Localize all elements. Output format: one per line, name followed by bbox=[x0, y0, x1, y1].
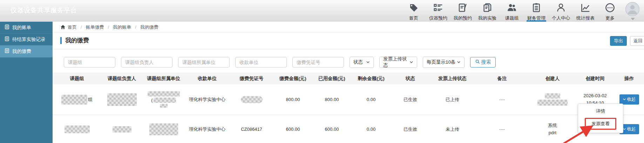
nav-item-statistics[interactable]: 统计报表 bbox=[573, 0, 598, 22]
cell-voucher: CZ086417 bbox=[230, 115, 273, 143]
cell-group: 组 bbox=[53, 84, 101, 115]
chevron-down-icon bbox=[457, 60, 461, 65]
cell-status: 已生效 bbox=[391, 115, 430, 143]
column-header: 创建时间 bbox=[576, 73, 614, 85]
column-header: 课题组 bbox=[53, 73, 101, 85]
row-actions-dropdown: 详情 发票查看 bbox=[578, 103, 623, 133]
redacted-text bbox=[149, 123, 178, 135]
column-header: 剩余金额(元) bbox=[351, 73, 391, 85]
cell-voucher bbox=[230, 84, 273, 115]
redacted-text bbox=[148, 91, 180, 96]
ellipsis-icon bbox=[605, 0, 615, 14]
cell-remaining: 0.00 bbox=[351, 115, 391, 143]
cell-creator bbox=[529, 84, 576, 115]
sidebar-item-pending-records[interactable]: 待结算实验记录 bbox=[0, 34, 53, 45]
payments-table: 课题组 课题组负责人 课题组所属单位 收款单位 缴费凭证号 缴费金额(元) 已用… bbox=[53, 73, 644, 143]
top-nav: 首页 仪器预约 我的预约 我的实验 课题组 财务管理 bbox=[401, 0, 622, 22]
chevron-down-icon bbox=[409, 60, 413, 65]
nav-item-finance[interactable]: 财务管理 bbox=[524, 0, 549, 22]
column-header: 收款单位 bbox=[185, 73, 230, 85]
nav-label: 更多 bbox=[605, 15, 615, 21]
sidebar-item-my-payments[interactable]: 我的缴费 bbox=[0, 45, 53, 57]
sidebar-item-label: 待结算实验记录 bbox=[12, 36, 46, 43]
chevron-down-icon[interactable] bbox=[631, 18, 635, 20]
nav-item-instrument-booking[interactable]: 仪器预约 bbox=[426, 0, 450, 22]
redacted-text bbox=[545, 93, 560, 99]
cell-amount: 600.00 bbox=[273, 115, 312, 143]
cell-remaining: 0.00 bbox=[351, 84, 391, 115]
cell-group bbox=[53, 115, 101, 143]
breadcrumb-bill-payment[interactable]: 账单缴费 bbox=[86, 24, 104, 30]
breadcrumb-my-bills[interactable]: 我的账单 bbox=[113, 24, 131, 30]
nav-item-home[interactable]: 首页 bbox=[401, 0, 426, 22]
search-icon bbox=[475, 59, 480, 65]
cell-group-unit: ( bbox=[142, 84, 185, 115]
nav-label: 仪器预约 bbox=[429, 15, 447, 21]
breadcrumb-separator: / bbox=[135, 24, 136, 30]
redacted-text bbox=[154, 98, 176, 103]
breadcrumb-current: 我的缴费 bbox=[140, 24, 158, 30]
invoice-status-select[interactable]: 发票上传状态 bbox=[379, 57, 417, 68]
back-button[interactable]: 返回 bbox=[630, 36, 644, 46]
column-header: 发票上传状态 bbox=[430, 73, 475, 85]
document-list-icon bbox=[5, 36, 9, 42]
nav-item-my-experiments[interactable]: 我的实验 bbox=[475, 0, 500, 22]
nav-item-more[interactable]: 更多 bbox=[598, 0, 622, 22]
menu-item-view-invoice annotation-red-box[interactable]: 发票查看 bbox=[585, 118, 616, 130]
nav-label: 课题组 bbox=[505, 15, 519, 21]
user-avatar[interactable] bbox=[625, 2, 641, 21]
nav-item-my-bookings[interactable]: 我的预约 bbox=[450, 0, 475, 22]
sidebar-item-label: 我的账单 bbox=[12, 24, 31, 31]
search-button[interactable]: 搜索 bbox=[470, 57, 496, 67]
redacted-text bbox=[241, 96, 263, 103]
nav-item-personal-center[interactable]: 个人中心 bbox=[549, 0, 573, 22]
cell-invoice-status: 已上传 bbox=[430, 84, 475, 115]
breadcrumb: 首页 / 账单缴费 / 我的账单 / 我的缴费 bbox=[53, 22, 644, 33]
people-icon bbox=[507, 0, 517, 14]
status-select[interactable]: 状态 bbox=[350, 57, 374, 68]
page-size-select[interactable]: 每页显示10条 bbox=[423, 57, 465, 68]
table-row: 组 ( 理化科学实验中心 800.00 800.00 bbox=[53, 84, 644, 115]
nav-label: 个人中心 bbox=[552, 15, 570, 21]
list-icon bbox=[433, 0, 443, 14]
cell-note: ---- bbox=[475, 84, 529, 115]
cell-amount: 800.00 bbox=[273, 84, 312, 115]
group-filter-input[interactable] bbox=[64, 57, 115, 67]
home-icon bbox=[60, 24, 66, 30]
title-row: 我的缴费 导出 返回 bbox=[53, 33, 644, 49]
column-header: 课题组所属单位 bbox=[142, 73, 185, 85]
group-unit-filter-input[interactable] bbox=[178, 57, 230, 67]
clipboard-icon bbox=[531, 0, 542, 14]
payee-filter-input[interactable] bbox=[235, 57, 287, 67]
redacted-text bbox=[537, 100, 568, 106]
column-header: 状态 bbox=[391, 73, 430, 85]
app-title: 仪器设备共享服务平台 bbox=[11, 6, 77, 15]
nav-label: 统计报表 bbox=[576, 15, 595, 21]
cell-payee: 理化科学实验中心 bbox=[185, 115, 230, 143]
export-button[interactable]: 导出 bbox=[610, 36, 627, 46]
group-leader-filter-input[interactable] bbox=[121, 57, 172, 67]
cell-group-leader bbox=[101, 84, 142, 115]
top-header: 仪器设备共享服务平台 首页 仪器预约 我的预约 我的实验 课题组 bbox=[0, 0, 644, 22]
sidebar-item-my-bills[interactable]: 我的账单 bbox=[0, 22, 53, 34]
column-header: 创建人 bbox=[529, 73, 576, 85]
collapse-actions-button[interactable]: 收起 bbox=[619, 94, 639, 105]
breadcrumb-home[interactable]: 首页 bbox=[68, 24, 77, 30]
cell-creator: 系统pdrt bbox=[529, 115, 576, 143]
person-icon bbox=[556, 0, 566, 14]
column-header: 已用金额(元) bbox=[312, 73, 351, 85]
cell-status: 已生效 bbox=[391, 84, 430, 115]
redacted-text bbox=[107, 93, 137, 106]
nav-label: 首页 bbox=[409, 15, 418, 21]
sidebar: 我的账单 待结算实验记录 我的缴费 bbox=[0, 22, 53, 143]
voucher-filter-input[interactable] bbox=[292, 57, 344, 67]
nav-item-research-group[interactable]: 课题组 bbox=[500, 0, 524, 22]
document-list-icon bbox=[5, 24, 9, 30]
menu-item-details[interactable]: 详情 bbox=[578, 105, 623, 117]
column-header: 课题组负责人 bbox=[101, 73, 142, 85]
column-header: 备注 bbox=[475, 73, 529, 85]
cell-invoice-status: 未上传 bbox=[430, 115, 475, 143]
document-list-icon bbox=[5, 48, 9, 54]
table-header-row: 课题组 课题组负责人 课题组所属单位 收款单位 缴费凭证号 缴费金额(元) 已用… bbox=[53, 73, 644, 85]
documents-icon bbox=[482, 0, 493, 14]
